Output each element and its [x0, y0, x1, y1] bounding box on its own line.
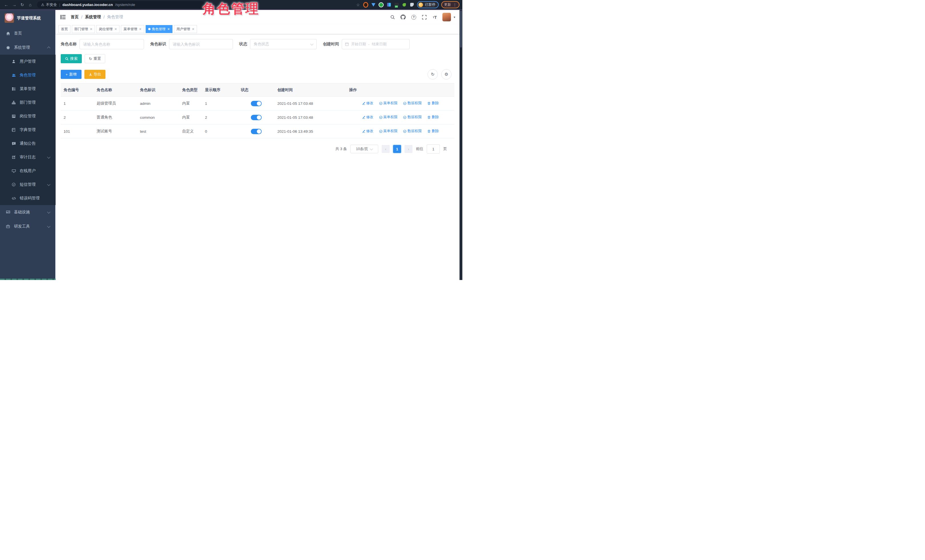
data-permission-link[interactable]: 数据权限 [403, 115, 422, 120]
sidebar-item-sms-mgmt[interactable]: 短信管理 [0, 178, 56, 191]
extension-icon-leaf[interactable] [402, 2, 407, 8]
data-permission-link[interactable]: 数据权限 [403, 101, 422, 106]
cell-display-order: 0 [202, 125, 238, 138]
sidebar-item-label: 角色管理 [20, 73, 36, 78]
sidebar-item-dept-mgmt[interactable]: 部门管理 [0, 96, 56, 110]
active-dot [148, 28, 151, 30]
edit-link[interactable]: 修改 [362, 129, 374, 134]
menu-permission-link[interactable]: 菜单权限 [379, 115, 398, 120]
status-select[interactable]: 角色状态 [250, 39, 317, 49]
breadcrumb-home[interactable]: 首页 [71, 15, 79, 20]
status-toggle-on[interactable] [251, 115, 262, 120]
table-tools: ↻ ⚙ [428, 69, 452, 80]
address-bar[interactable]: ⚠ 不安全 | dashboard.yudao.iocoder.cn/syste… [37, 1, 205, 8]
sidebar-item-audit-log[interactable]: 审计日志 [0, 150, 56, 164]
col-role-name: 角色名称 [94, 84, 137, 96]
window-scrollbar[interactable] [459, 10, 462, 280]
url-path: /system/role [115, 3, 135, 7]
user-avatar[interactable] [442, 13, 451, 21]
sidebar-item-online-users[interactable]: 在线用户 [0, 164, 56, 178]
edit-link[interactable]: 修改 [362, 115, 374, 120]
role-name-input[interactable] [80, 39, 144, 49]
column-settings-button[interactable]: ⚙ [441, 69, 452, 80]
col-create-time: 创建时间 [274, 84, 346, 96]
scrollbar-thumb[interactable] [460, 11, 462, 48]
extension-icon-on-badge[interactable]: on [394, 2, 399, 8]
data-permission-link[interactable]: 数据权限 [403, 129, 422, 134]
font-size-icon[interactable]: тT [432, 14, 438, 20]
profile-paused-badge[interactable]: 已暂停 [417, 1, 439, 8]
tab-post[interactable]: 岗位管理 ✕ [96, 25, 119, 33]
close-icon[interactable]: ✕ [90, 27, 92, 31]
add-button-label: 新增 [69, 72, 77, 77]
status-toggle-on[interactable] [251, 129, 262, 134]
sidebar-item-infra[interactable]: 基础设施 [0, 205, 56, 219]
sidebar-item-dict-mgmt[interactable]: 字典管理 [0, 123, 56, 137]
tab-role-active[interactable]: 角色管理 ✕ [146, 25, 172, 33]
tab-home[interactable]: 首页 [59, 25, 71, 33]
sidebar-toggle-icon[interactable] [60, 14, 66, 20]
tab-dept[interactable]: 部门管理 ✕ [72, 25, 95, 33]
page-size-select[interactable]: 10条/页 [350, 145, 378, 153]
help-icon[interactable]: ? [411, 14, 416, 20]
breadcrumb-separator: / [104, 15, 105, 20]
filter-form: 角色名称 角色标识 状态 角色状态 创建时间 开始日期 [61, 39, 454, 49]
delete-link[interactable]: 删除 [427, 101, 439, 106]
reset-button[interactable]: ↻ 重置 [85, 54, 105, 63]
plus-icon: + [66, 72, 68, 77]
home-icon[interactable]: ⌂ [27, 2, 34, 8]
logo-row[interactable]: 芋道管理系统 [0, 10, 56, 26]
sidebar-item-notice[interactable]: 通知公告 [0, 137, 56, 150]
cell-create-time: 2021-01-06 13:49:35 [274, 125, 346, 138]
close-icon[interactable]: ✕ [167, 27, 170, 31]
sidebar-item-errcode-mgmt[interactable]: 错误码管理 [0, 191, 56, 205]
fullscreen-icon[interactable] [421, 14, 427, 20]
forward-icon[interactable]: → [11, 2, 18, 8]
extension-icon-green-circle[interactable] [378, 2, 384, 8]
search-icon[interactable] [390, 14, 395, 20]
breadcrumb-system[interactable]: 系统管理 [85, 15, 101, 20]
tab-label: 部门管理 [74, 27, 88, 32]
goto-page-input[interactable] [427, 144, 440, 153]
cell-role-id: 2 [61, 111, 94, 125]
extension-icon-orange[interactable] [363, 2, 368, 8]
extension-icon-grid[interactable] [386, 2, 392, 8]
sidebar-item-user-mgmt[interactable]: 用户管理 [0, 55, 56, 68]
reload-icon[interactable]: ↻ [19, 2, 26, 8]
chrome-update-button[interactable]: 更新 ⋮ [441, 1, 459, 8]
menu-permission-link[interactable]: 菜单权限 [379, 101, 398, 106]
extension-icon-blue-shield[interactable] [371, 2, 376, 8]
chrome-menu-icon[interactable]: ⋮ [453, 3, 456, 7]
close-icon[interactable]: ✕ [114, 27, 117, 31]
sidebar-item-system[interactable]: 系统管理 [0, 41, 56, 55]
search-button[interactable]: 搜索 [61, 54, 82, 63]
delete-link[interactable]: 删除 [427, 129, 439, 134]
prev-page-button[interactable]: ‹ [382, 145, 390, 153]
tab-user[interactable]: 用户管理 ✕ [174, 25, 197, 33]
close-icon[interactable]: ✕ [139, 27, 142, 31]
bookmark-star-icon[interactable]: ☆ [356, 2, 361, 8]
menu-permission-link[interactable]: 菜单权限 [379, 129, 398, 134]
tab-menu[interactable]: 菜单管理 ✕ [121, 25, 144, 33]
add-button[interactable]: + 新增 [61, 70, 81, 79]
sidebar-item-role-mgmt[interactable]: 角色管理 [0, 68, 56, 82]
export-button[interactable]: 导出 [84, 70, 105, 79]
avatar-caret-icon[interactable]: ▾ [453, 15, 455, 19]
current-page-button[interactable]: 1 [393, 145, 401, 153]
role-key-input[interactable] [169, 39, 233, 49]
status-toggle-on[interactable] [251, 101, 262, 106]
edit-link[interactable]: 修改 [362, 101, 374, 106]
not-secure-warning[interactable]: ⚠ 不安全 [41, 2, 57, 8]
delete-link[interactable]: 删除 [427, 115, 439, 120]
refresh-table-button[interactable]: ↻ [428, 69, 438, 80]
close-icon[interactable]: ✕ [192, 27, 194, 31]
create-time-range-picker[interactable]: 开始日期 - 结束日期 [342, 39, 410, 49]
sidebar-item-home[interactable]: 首页 [0, 26, 56, 41]
sidebar-item-post-mgmt[interactable]: 岗位管理 [0, 110, 56, 123]
sidebar-item-menu-mgmt[interactable]: 菜单管理 [0, 82, 56, 96]
back-icon[interactable]: ← [3, 2, 10, 8]
sidebar-item-devtool[interactable]: 研发工具 [0, 219, 56, 234]
github-icon[interactable] [400, 14, 406, 20]
next-page-button[interactable]: › [404, 145, 413, 153]
extension-icon-puzzle[interactable] [409, 2, 414, 8]
